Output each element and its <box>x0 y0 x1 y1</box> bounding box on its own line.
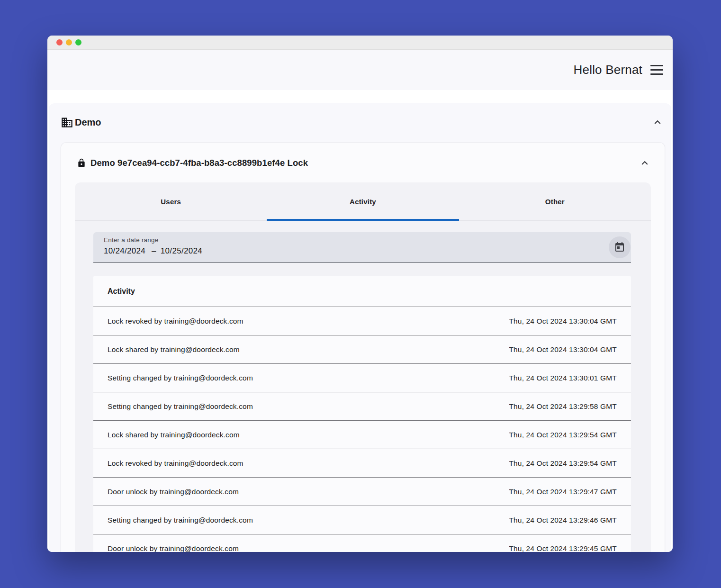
page-background: Demo Demo 9e7cea94-ccb7-4fba-b8a3-cc8899 <box>47 90 673 552</box>
activity-timestamp: Thu, 24 Oct 2024 13:29:47 GMT <box>509 488 617 496</box>
activity-event: Lock shared by training@doordeck.com <box>108 345 240 354</box>
collapse-site-chevron-up-icon[interactable] <box>650 115 665 129</box>
collapse-lock-chevron-up-icon[interactable] <box>638 156 652 170</box>
activity-table-header: Activity <box>93 276 631 307</box>
tab-label: Users <box>161 198 181 206</box>
table-row: Lock revoked by training@doordeck.comThu… <box>93 449 631 478</box>
tab-bar: UsersActivityOther <box>75 182 651 221</box>
table-row: Setting changed by training@doordeck.com… <box>93 392 631 421</box>
close-window-button[interactable] <box>56 39 63 45</box>
activity-event: Setting changed by training@doordeck.com <box>108 402 253 411</box>
activity-tab-content: Enter a date range 10/24/2024 – 10/25/20… <box>75 221 651 552</box>
site-name: Demo <box>75 117 101 128</box>
table-row: Setting changed by training@doordeck.com… <box>93 364 631 392</box>
date-range-end[interactable]: 10/25/2024 <box>161 246 202 256</box>
table-row: Lock shared by training@doordeck.comThu,… <box>93 421 631 449</box>
activity-event: Lock revoked by training@doordeck.com <box>108 459 243 468</box>
activity-timestamp: Thu, 24 Oct 2024 13:29:46 GMT <box>509 516 617 525</box>
table-row: Door unlock by training@doordeck.comThu,… <box>93 478 631 506</box>
date-range-start[interactable]: 10/24/2024 <box>104 246 145 256</box>
activity-timestamp: Thu, 24 Oct 2024 13:29:54 GMT <box>509 431 617 439</box>
activity-table: Activity Lock revoked by training@doorde… <box>93 276 631 552</box>
datepicker-toggle-button[interactable] <box>609 236 631 258</box>
activity-timestamp: Thu, 24 Oct 2024 13:29:58 GMT <box>509 402 617 411</box>
site-section: Demo Demo 9e7cea94-ccb7-4fba-b8a3-cc8899 <box>49 103 671 552</box>
activity-event: Setting changed by training@doordeck.com <box>108 516 253 525</box>
tab-label: Activity <box>350 198 376 206</box>
lock-tab-panel: UsersActivityOther Enter a date range 10… <box>75 182 651 552</box>
site-header-row: Demo <box>49 115 671 129</box>
date-range-label: Enter a date range <box>104 236 606 244</box>
tab-users[interactable]: Users <box>75 182 267 220</box>
activity-timestamp: Thu, 24 Oct 2024 13:30:01 GMT <box>509 374 617 382</box>
calendar-icon <box>614 242 625 253</box>
lock-header-row: Demo 9e7cea94-ccb7-4fba-b8a3-cc8899b1ef4… <box>61 156 665 182</box>
activity-event: Setting changed by training@doordeck.com <box>108 374 253 382</box>
activity-event: Door unlock by training@doordeck.com <box>108 488 239 496</box>
tab-label: Other <box>545 198 565 206</box>
app-window: Hello Bernat Demo <box>47 36 673 552</box>
lock-title: Demo 9e7cea94-ccb7-4fba-b8a3-cc8899b1ef4… <box>90 158 308 168</box>
table-row: Setting changed by training@doordeck.com… <box>93 506 631 534</box>
date-range-field[interactable]: Enter a date range 10/24/2024 – 10/25/20… <box>93 232 631 263</box>
table-row: Lock shared by training@doordeck.comThu,… <box>93 335 631 364</box>
activity-timestamp: Thu, 24 Oct 2024 13:30:04 GMT <box>509 317 617 326</box>
lock-section: Demo 9e7cea94-ccb7-4fba-b8a3-cc8899b1ef4… <box>61 142 665 552</box>
window-titlebar <box>47 36 673 50</box>
building-icon <box>61 116 73 129</box>
menu-icon[interactable] <box>650 65 663 75</box>
lock-icon <box>77 158 86 168</box>
activity-event: Lock revoked by training@doordeck.com <box>108 317 243 326</box>
date-range-value[interactable]: 10/24/2024 – 10/25/2024 <box>104 246 606 256</box>
greeting-text: Hello Bernat <box>574 63 642 77</box>
activity-timestamp: Thu, 24 Oct 2024 13:29:45 GMT <box>509 544 617 552</box>
activity-timestamp: Thu, 24 Oct 2024 13:29:54 GMT <box>509 459 617 468</box>
app-header: Hello Bernat <box>47 50 673 90</box>
date-range-separator: – <box>152 246 156 256</box>
table-row: Lock revoked by training@doordeck.comThu… <box>93 307 631 335</box>
table-row: Door unlock by training@doordeck.comThu,… <box>93 534 631 552</box>
minimize-window-button[interactable] <box>66 39 72 45</box>
activity-event: Lock shared by training@doordeck.com <box>108 431 240 439</box>
zoom-window-button[interactable] <box>75 39 81 45</box>
activity-timestamp: Thu, 24 Oct 2024 13:30:04 GMT <box>509 345 617 354</box>
activity-event: Door unlock by training@doordeck.com <box>108 544 239 552</box>
tab-activity[interactable]: Activity <box>267 182 459 220</box>
tab-other[interactable]: Other <box>459 182 651 220</box>
